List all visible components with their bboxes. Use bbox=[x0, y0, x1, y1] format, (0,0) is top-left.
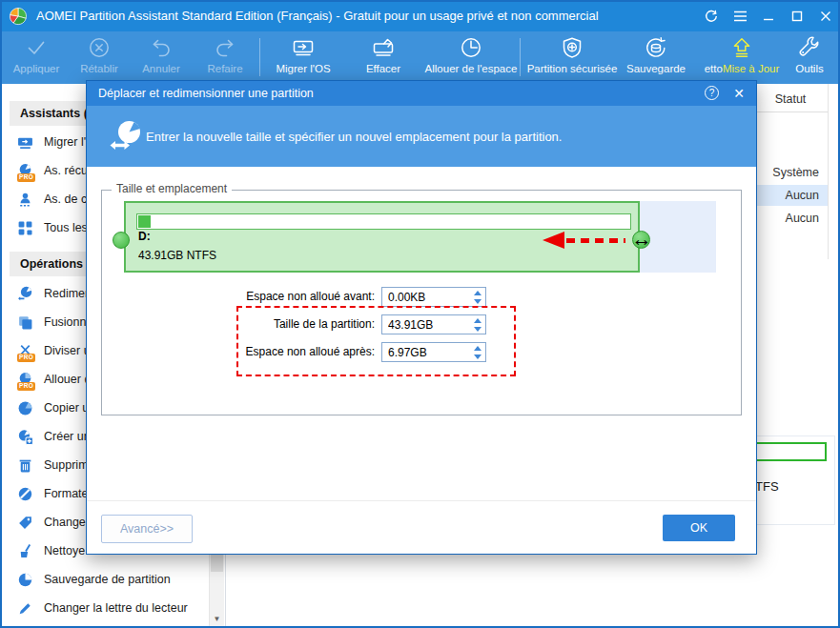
unallocated-before-input[interactable] bbox=[382, 289, 468, 306]
database-refresh-icon bbox=[644, 35, 668, 60]
sidebar-item-recovery-wizard[interactable]: PRO As. récu bbox=[17, 160, 88, 181]
sidebar-item-migrate-os[interactable]: Migrer l'O bbox=[17, 132, 95, 152]
update-button[interactable]: ettoMise à Jour bbox=[698, 35, 786, 75]
groupbox-legend: Taille et emplacement bbox=[112, 182, 232, 195]
sidebar-item-copy[interactable]: Copier u bbox=[17, 397, 89, 418]
column-divider bbox=[828, 84, 829, 259]
redo-icon bbox=[213, 35, 237, 60]
sidebar-item-allocate[interactable]: PRO Allouer d bbox=[17, 369, 91, 390]
dialog-footer: Avancé>> OK bbox=[87, 500, 756, 554]
help-icon[interactable]: ? bbox=[705, 86, 719, 100]
hidden-label-fragment: etto bbox=[705, 63, 723, 74]
upgrade-arrow-icon bbox=[729, 35, 754, 60]
redo-button[interactable]: Refaire bbox=[191, 35, 259, 75]
merge-squares-icon bbox=[17, 314, 33, 331]
migrate-os-button[interactable]: Migrer l'OS bbox=[264, 35, 342, 75]
resize-partition-dialog: Déplacer et redimensionner une partition… bbox=[86, 80, 757, 555]
used-space-fill bbox=[138, 215, 151, 228]
menu-icon[interactable] bbox=[726, 0, 754, 31]
format-pie-icon bbox=[17, 486, 33, 502]
maximize-button[interactable] bbox=[783, 0, 811, 31]
shield-plus-icon bbox=[560, 35, 584, 60]
update-label: Mise à Jour bbox=[723, 63, 779, 74]
left-resize-handle[interactable] bbox=[113, 232, 130, 249]
sidebar-item-format[interactable]: Formate bbox=[17, 483, 89, 504]
app-window: AOMEI Partition Assistant Standard Editi… bbox=[0, 0, 840, 628]
resize-partition-icon bbox=[108, 118, 144, 154]
person-icon bbox=[17, 192, 33, 208]
status-row-none[interactable]: Aucun bbox=[755, 208, 828, 229]
dialog-title: Déplacer et redimensionner une partition bbox=[98, 81, 314, 106]
window-title: AOMEI Partition Assistant Standard Editi… bbox=[36, 9, 599, 23]
pie-backup-icon bbox=[17, 572, 33, 588]
sidebar-item-change-drive-letter[interactable]: Changer la lettre du lecteur bbox=[17, 598, 188, 618]
apply-button[interactable]: Appliquer bbox=[3, 35, 70, 75]
undo-button[interactable]: Annuler bbox=[127, 35, 195, 75]
pie-allocate-icon: PRO bbox=[17, 372, 33, 388]
circle-x-icon bbox=[87, 35, 112, 60]
secure-partition-button[interactable]: Partition sécurisée bbox=[517, 35, 627, 75]
copy-pie-icon bbox=[17, 400, 33, 416]
spin-up-button[interactable] bbox=[474, 291, 481, 295]
app-logo-icon bbox=[9, 7, 28, 26]
sidebar-item-split[interactable]: PRO Diviser u bbox=[17, 340, 91, 361]
partition-size-label: 43.91GB NTFS bbox=[138, 249, 216, 262]
pie-recovery-icon: PRO bbox=[17, 163, 33, 179]
minimize-button[interactable] bbox=[754, 0, 783, 31]
toolbar-separator bbox=[259, 38, 260, 76]
dialog-banner: Entrer la nouvelle taille et spécifier u… bbox=[87, 106, 756, 167]
refresh-icon[interactable] bbox=[697, 0, 726, 31]
dialog-titlebar: Déplacer et redimensionner une partition… bbox=[87, 81, 756, 106]
status-row-system[interactable]: Système bbox=[755, 162, 828, 183]
dialog-close-icon[interactable]: ✕ bbox=[729, 84, 748, 103]
sidebar-item-wipe[interactable]: Nettoye bbox=[17, 540, 85, 561]
backup-button[interactable]: Sauvegarde bbox=[620, 35, 692, 75]
disk-map-partition-block[interactable] bbox=[752, 442, 827, 461]
toolbar: Appliquer Rétablir Annuler Refaire Migre… bbox=[0, 31, 840, 84]
unallocated-before-label: Espace non alloué avant: bbox=[182, 290, 375, 303]
sidebar-item-create[interactable]: Créer un bbox=[17, 426, 91, 447]
header-divider bbox=[755, 111, 829, 112]
close-button[interactable] bbox=[811, 0, 840, 31]
sidebar-item-change-label[interactable]: Changer bbox=[17, 512, 90, 533]
annotation-arrow-head bbox=[543, 232, 564, 249]
grid-icon bbox=[17, 220, 33, 236]
used-space-bar bbox=[136, 213, 631, 230]
trash-icon bbox=[17, 457, 33, 474]
advanced-button[interactable]: Avancé>> bbox=[101, 515, 193, 543]
drive-arrow-icon bbox=[291, 35, 316, 60]
scroll-down-button[interactable]: ▼ bbox=[210, 611, 224, 626]
undo-icon bbox=[149, 35, 174, 60]
create-plus-icon bbox=[17, 429, 33, 445]
allocate-space-button[interactable]: Allouer de l'espace bbox=[412, 35, 530, 75]
drive-eraser-icon bbox=[371, 35, 396, 60]
titlebar: AOMEI Partition Assistant Standard Editi… bbox=[0, 0, 840, 31]
clock-icon bbox=[459, 35, 483, 60]
sidebar-item-all-tools[interactable]: Tous les bbox=[17, 217, 88, 238]
scissors-icon: PRO bbox=[17, 343, 33, 359]
broom-icon bbox=[17, 543, 33, 559]
drive-arrow-icon bbox=[17, 134, 33, 151]
sidebar-item-delete[interactable]: Supprime bbox=[17, 455, 95, 476]
discard-button[interactable]: Rétablir bbox=[65, 35, 133, 75]
annotation-arrow-line bbox=[566, 238, 625, 243]
annotation-highlight-rect bbox=[236, 306, 516, 376]
ok-button[interactable]: OK bbox=[663, 515, 735, 541]
wrench-icon bbox=[797, 35, 822, 60]
sidebar-item-merge[interactable]: Fusionne bbox=[17, 312, 92, 333]
sidebar-item-clone-wizard[interactable]: As. de c bbox=[17, 189, 87, 210]
resize-cursor-icon: ↔ bbox=[626, 227, 657, 252]
pencil-icon bbox=[17, 600, 33, 617]
tag-icon bbox=[17, 515, 33, 531]
spin-down-button[interactable] bbox=[474, 299, 481, 304]
status-row-none-selected[interactable]: Aucun bbox=[755, 185, 828, 206]
partition-letter: D: bbox=[138, 230, 151, 243]
unallocated-before-spinner bbox=[381, 287, 486, 307]
column-header-statut[interactable]: Statut bbox=[761, 92, 820, 106]
sidebar-item-backup-partition[interactable]: Sauvegarde de partition bbox=[17, 569, 171, 590]
tools-button[interactable]: Outils bbox=[781, 35, 838, 75]
dialog-description: Entrer la nouvelle taille et spécifier u… bbox=[146, 106, 562, 167]
disk-map-label: TFS bbox=[755, 479, 779, 494]
resize-pie-icon bbox=[17, 286, 33, 302]
sidebar-item-resize[interactable]: Redimen bbox=[17, 283, 92, 304]
